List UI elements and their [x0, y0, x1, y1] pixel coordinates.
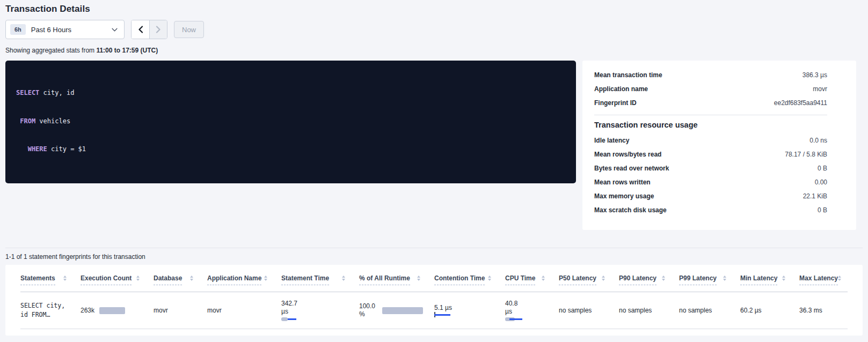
cell-p99-latency: no samples	[679, 292, 740, 329]
column-header-execution-count[interactable]: Execution Count	[81, 265, 154, 292]
column-header-statement-time[interactable]: Statement Time	[281, 265, 359, 292]
next-time-button[interactable]	[149, 20, 167, 39]
sql-line: FROM vehicles	[16, 117, 565, 127]
sort-icon[interactable]	[417, 276, 420, 281]
sql-statement-box: SELECT city, id FROM vehicles WHERE city…	[5, 61, 576, 183]
sort-icon[interactable]	[264, 276, 267, 281]
summary-row-application-name: Application name movr	[594, 82, 827, 96]
sort-icon[interactable]	[542, 276, 545, 281]
execution-count-bar	[99, 307, 125, 314]
summary-row-idle-latency: Idle latency 0.0 ns	[594, 133, 827, 147]
cell-pct-of-all-runtime: 100.0 %	[359, 292, 434, 329]
page-title: Transaction Details	[5, 0, 863, 14]
column-header-p90-latency[interactable]: P90 Latency	[619, 265, 679, 292]
table-header-row: Statements Execution Count Database Appl…	[20, 265, 848, 292]
prev-time-button[interactable]	[132, 20, 149, 39]
column-header-cpu-time[interactable]: CPU Time	[505, 265, 559, 292]
sort-icon[interactable]	[723, 276, 726, 281]
chevron-right-icon	[156, 26, 161, 33]
summary-row-max-memory-usage: Max memory usage 22.1 KiB	[594, 189, 827, 203]
summary-row-bytes-read-over-network: Bytes read over network 0 B	[594, 161, 827, 175]
chevron-left-icon	[138, 26, 143, 33]
aggregated-stats-line: Showing aggregated stats from 11:00 to 1…	[5, 47, 863, 54]
sort-icon[interactable]	[136, 276, 140, 281]
contention-time-bar	[434, 313, 451, 317]
column-header-p50-latency[interactable]: P50 Latency	[559, 265, 619, 292]
summary-row-mean-rows-bytes-read: Mean rows/bytes read 78.17 / 5.8 KiB	[594, 147, 827, 161]
summary-divider	[594, 115, 827, 115]
table-row: SELECT city, id FROM… 263k movr movr 342…	[20, 292, 848, 329]
stats-line-range: 11:00 to 17:59 (UTC)	[96, 47, 158, 54]
column-header-min-latency[interactable]: Min Latency	[740, 265, 799, 292]
now-button[interactable]: Now	[174, 21, 204, 38]
section-divider	[5, 248, 863, 248]
cell-p90-latency: no samples	[619, 292, 679, 329]
sort-icon[interactable]	[602, 276, 605, 281]
time-range-label: Past 6 Hours	[31, 26, 112, 34]
cell-statements[interactable]: SELECT city, id FROM…	[20, 292, 81, 329]
cell-min-latency: 60.2 µs	[740, 292, 799, 329]
sort-icon[interactable]	[63, 276, 67, 281]
sort-icon[interactable]	[190, 276, 193, 281]
summary-row-mean-transaction-time: Mean transaction time 386.3 µs	[594, 68, 827, 82]
time-toolbar: 6h Past 6 Hours Now	[5, 20, 863, 39]
time-range-badge: 6h	[10, 24, 26, 35]
cell-execution-count: 263k	[81, 292, 154, 329]
cpu-time-bar	[505, 317, 523, 322]
sql-line: WHERE city = $1	[16, 145, 565, 154]
cell-p50-latency: no samples	[559, 292, 619, 329]
stats-line-prefix: Showing aggregated stats from	[5, 47, 96, 54]
cell-statement-time: 342.7 µs	[281, 292, 359, 329]
statements-table: Statements Execution Count Database Appl…	[5, 265, 863, 336]
cell-database: movr	[154, 292, 207, 329]
cell-max-latency: 36.3 ms	[799, 292, 848, 329]
sort-icon[interactable]	[838, 276, 841, 281]
column-header-p99-latency[interactable]: P99 Latency	[679, 265, 740, 292]
cell-contention-time: 5.1 µs	[434, 292, 505, 329]
column-header-statements[interactable]: Statements	[20, 265, 81, 292]
column-header-contention-time[interactable]: Contention Time	[434, 265, 505, 292]
column-header-pct-of-all-runtime[interactable]: % of All Runtime	[359, 265, 434, 292]
transaction-details-page: Transaction Details 6h Past 6 Hours Now …	[0, 0, 868, 336]
column-header-max-latency[interactable]: Max Latency	[799, 265, 855, 292]
summary-row-max-scratch-disk-usage: Max scratch disk usage 0 B	[594, 203, 827, 217]
time-nav-group	[131, 20, 167, 39]
cell-application-name: movr	[207, 292, 281, 329]
statement-time-bar	[281, 317, 300, 322]
resource-usage-title: Transaction resource usage	[594, 121, 827, 129]
sort-icon[interactable]	[662, 276, 665, 281]
summary-row-fingerprint-id: Fingerprint ID ee2df683f5aa9411	[594, 96, 827, 110]
chevron-down-icon	[112, 28, 118, 32]
time-range-dropdown[interactable]: 6h Past 6 Hours	[5, 20, 125, 39]
transaction-summary-panel: Mean transaction time 386.3 µs Applicati…	[582, 61, 856, 230]
fingerprints-caption: 1-1 of 1 statement fingerprints for this…	[5, 253, 863, 261]
sort-icon[interactable]	[342, 276, 345, 281]
sort-icon[interactable]	[782, 276, 785, 281]
sort-icon[interactable]	[488, 276, 491, 281]
summary-row-mean-rows-written: Mean rows written 0.00	[594, 175, 827, 189]
column-header-database[interactable]: Database	[154, 265, 207, 292]
column-header-application-name[interactable]: Application Name	[207, 265, 281, 292]
pct-runtime-bar	[382, 307, 423, 314]
sql-line: SELECT city, id	[16, 88, 565, 98]
cell-cpu-time: 40.8 µs	[505, 292, 559, 329]
main-content-row: SELECT city, id FROM vehicles WHERE city…	[5, 61, 863, 230]
